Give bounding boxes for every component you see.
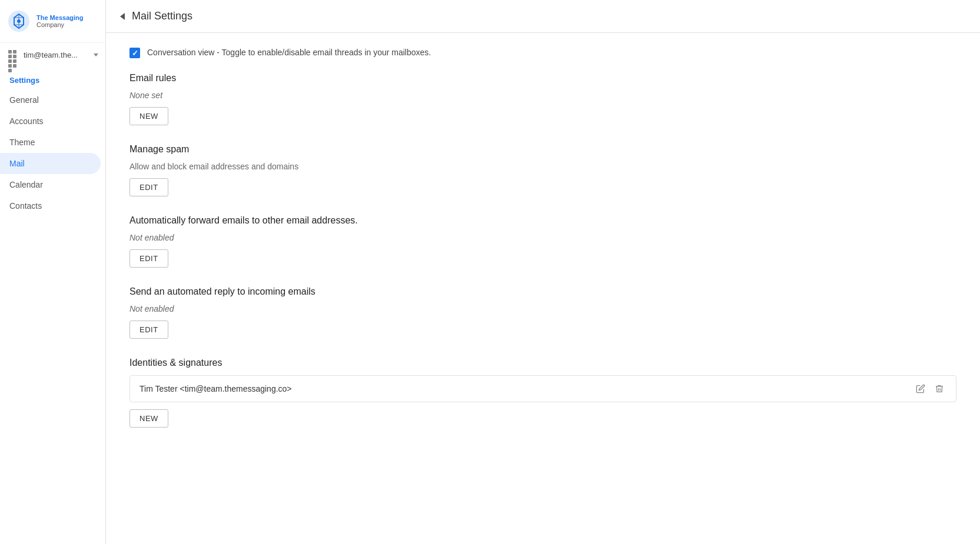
- manage-spam-title: Manage spam: [129, 144, 956, 155]
- chevron-down-icon: [94, 54, 98, 56]
- logo-line1: The Messaging: [36, 14, 83, 21]
- identities-title: Identities & signatures: [129, 358, 956, 368]
- main-area: Mail Settings ✓ Conversation view - Togg…: [106, 0, 980, 544]
- sidebar-item-theme[interactable]: Theme: [0, 132, 101, 153]
- logo-line2: Company: [36, 21, 83, 28]
- logo-text-block: The Messaging Company: [36, 14, 83, 28]
- content-area: ✓ Conversation view - Toggle to enable/d…: [106, 33, 980, 544]
- svg-point-1: [17, 19, 21, 23]
- user-email: tim@team.the...: [24, 51, 89, 59]
- auto-forward-edit-button[interactable]: EDIT: [129, 249, 168, 268]
- auto-forward-status: Not enabled: [129, 233, 956, 242]
- identities-section: Identities & signatures Tim Tester <tim@…: [129, 358, 956, 428]
- auto-reply-section: Send an automated reply to incoming emai…: [129, 286, 956, 339]
- top-bar: Mail Settings: [106, 0, 980, 33]
- sidebar-item-accounts[interactable]: Accounts: [0, 111, 101, 132]
- app-logo-icon: [7, 9, 31, 33]
- manage-spam-desc: Allow and block email addresses and doma…: [129, 162, 956, 171]
- sidebar: The Messaging Company tim@team.the... Se…: [0, 0, 106, 544]
- sidebar-item-calendar[interactable]: Calendar: [0, 174, 101, 195]
- sidebar-header: The Messaging Company: [0, 0, 105, 43]
- identity-name: Tim Tester <tim@team.themessaging.co>: [139, 384, 909, 393]
- auto-reply-status: Not enabled: [129, 304, 956, 313]
- sidebar-nav: General Accounts Theme Mail Calendar Con…: [0, 89, 105, 544]
- trash-icon: [935, 384, 944, 393]
- email-rules-section: Email rules None set NEW: [129, 73, 956, 125]
- manage-spam-section: Manage spam Allow and block email addres…: [129, 144, 956, 196]
- auto-reply-edit-button[interactable]: EDIT: [129, 321, 168, 339]
- checkmark-icon: ✓: [132, 49, 138, 57]
- sidebar-item-mail[interactable]: Mail: [0, 153, 101, 174]
- email-rules-new-button[interactable]: NEW: [129, 107, 168, 125]
- manage-spam-edit-button[interactable]: EDIT: [129, 178, 168, 196]
- identity-delete-button[interactable]: [932, 382, 946, 396]
- grid-icon: [7, 49, 19, 61]
- pencil-icon: [916, 384, 925, 393]
- auto-forward-section: Automatically forward emails to other em…: [129, 215, 956, 268]
- identity-edit-button[interactable]: [913, 382, 928, 396]
- page-title: Mail Settings: [132, 10, 192, 22]
- user-row[interactable]: tim@team.the...: [0, 43, 105, 66]
- email-rules-title: Email rules: [129, 73, 956, 84]
- conversation-view-label: Conversation view - Toggle to enable/dis…: [147, 47, 431, 59]
- back-arrow-icon: [120, 13, 125, 20]
- auto-reply-title: Send an automated reply to incoming emai…: [129, 286, 956, 297]
- conversation-view-checkbox[interactable]: ✓: [129, 48, 140, 58]
- sidebar-item-contacts[interactable]: Contacts: [0, 195, 101, 216]
- identities-new-button[interactable]: NEW: [129, 409, 168, 428]
- sidebar-item-general[interactable]: General: [0, 89, 101, 111]
- auto-forward-title: Automatically forward emails to other em…: [129, 215, 956, 226]
- back-button[interactable]: [120, 13, 125, 20]
- conversation-view-row: ✓ Conversation view - Toggle to enable/d…: [129, 47, 956, 59]
- identity-row: Tim Tester <tim@team.themessaging.co>: [129, 375, 956, 402]
- email-rules-status: None set: [129, 91, 956, 100]
- settings-section-label: Settings: [0, 66, 105, 89]
